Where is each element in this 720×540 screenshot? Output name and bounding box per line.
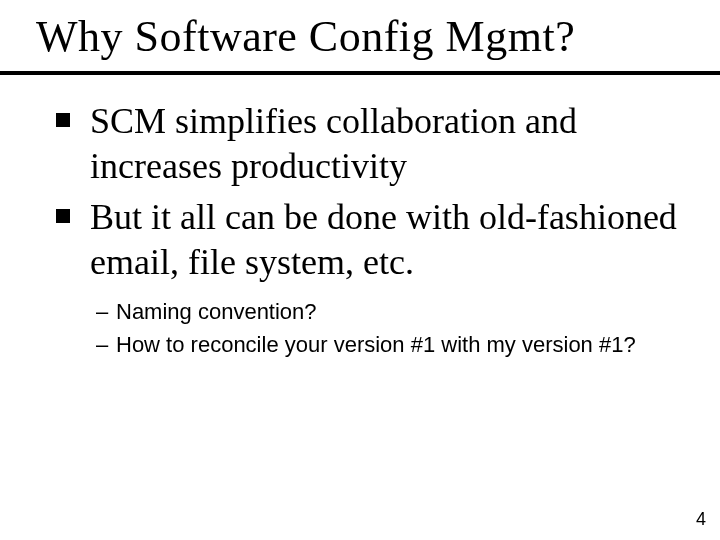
list-item: SCM simplifies collaboration and increas… xyxy=(56,99,680,189)
slide: Why Software Config Mgmt? SCM simplifies… xyxy=(0,0,720,540)
bullet-list-level1: SCM simplifies collaboration and increas… xyxy=(56,99,680,285)
list-item: How to reconcile your version #1 with my… xyxy=(96,330,680,360)
slide-title: Why Software Config Mgmt? xyxy=(0,0,720,71)
slide-body: SCM simplifies collaboration and increas… xyxy=(0,75,720,360)
page-number: 4 xyxy=(696,509,706,530)
bullet-list-level2: Naming convention? How to reconcile your… xyxy=(56,297,680,360)
list-item: Naming convention? xyxy=(96,297,680,327)
list-item: But it all can be done with old-fashione… xyxy=(56,195,680,285)
